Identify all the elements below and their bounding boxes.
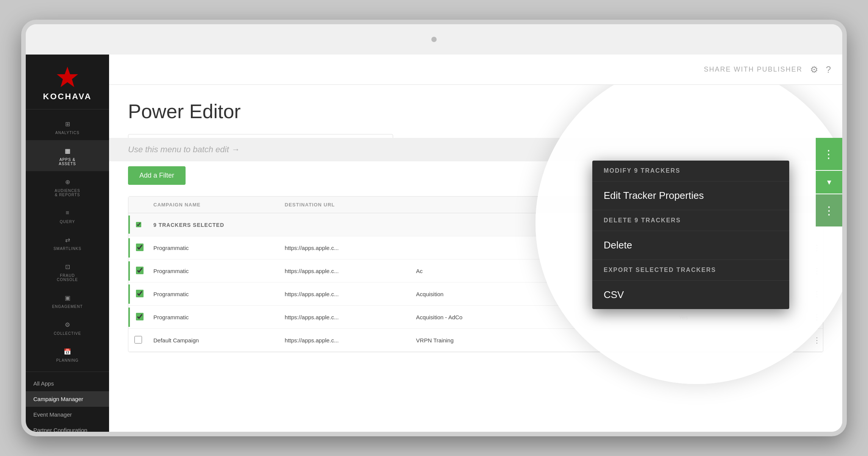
smartlinks-icon: ⇄ [62, 234, 73, 245]
sidebar-item-campaign-manager[interactable]: Campaign Manager [26, 391, 109, 407]
row3-campaign: Programmatic [147, 286, 279, 303]
sidebar-item-planning[interactable]: 📅 PLANNING [26, 341, 109, 368]
planning-label: PLANNING [56, 358, 78, 362]
logo-text: KOCHAVA [43, 92, 92, 102]
apps-assets-label: APPS &ASSETS [59, 158, 76, 166]
row1-checkbox-cell[interactable] [128, 238, 147, 258]
row5-checkbox-cell[interactable] [128, 331, 147, 350]
sidebar-item-event-manager[interactable]: Event Manager [26, 407, 109, 422]
batch-action-button[interactable]: ⋮ [816, 138, 842, 170]
secondary-action-button[interactable]: ⋮ [816, 194, 842, 226]
selected-checkbox-cell[interactable] [128, 216, 147, 234]
row5-campaign: Default Campaign [147, 332, 279, 349]
dropdown-delete-item[interactable]: Delete [592, 231, 789, 260]
engagement-label: ENGAGEMENT [52, 305, 83, 309]
row2-checkbox-cell[interactable] [128, 261, 147, 281]
row5-three-dot-button[interactable]: ⋮ [810, 334, 824, 346]
dropdown-modify-label: MODIFY 9 TRACKERS [592, 161, 789, 181]
row3-checkbox-cell[interactable] [128, 284, 147, 304]
main-content: KOCHAVA ⊞ ANALYTICS ▦ APPS &ASSETS ⊕ AUD… [26, 55, 842, 432]
sidebar-item-analytics[interactable]: ⊞ ANALYTICS [26, 113, 109, 140]
selected-trackers-label: 9 TRACKERS SELECTED [153, 222, 224, 228]
collective-label: COLLECTIVE [54, 331, 81, 336]
query-icon: ≡ [62, 208, 73, 218]
audiences-icon: ⊕ [62, 176, 73, 187]
row4-checkbox-cell[interactable] [128, 308, 147, 327]
apps-assets-icon: ▦ [62, 145, 73, 156]
right-action-strip: ⋮ ▾ ⋮ [816, 138, 842, 226]
row2-campaign: Programmatic [147, 262, 279, 280]
sidebar-item-fraud[interactable]: ⊡ FRAUDCONSOLE [26, 256, 109, 287]
smartlinks-label: SMARTLINKS [53, 247, 81, 251]
svg-marker-0 [57, 67, 78, 87]
page-body: Power Editor Use this menu to batch edit… [109, 85, 842, 432]
help-button[interactable]: ? [826, 64, 831, 75]
fraud-label: FRAUDCONSOLE [57, 273, 78, 282]
selected-count-cell: 9 TRACKERS SELECTED [147, 216, 279, 233]
col-destination-url-header: DESTINATION URL [279, 197, 410, 213]
col-checkbox-header [128, 197, 147, 213]
sidebar-item-all-apps[interactable]: All Apps [26, 376, 109, 391]
sidebar-item-collective[interactable]: ⚙ COLLECTIVE [26, 314, 109, 341]
sidebar-item-apps-assets[interactable]: ▦ APPS &ASSETS [26, 140, 109, 171]
analytics-label: ANALYTICS [55, 131, 80, 135]
row4-col3: Acquisition - AdCo [410, 309, 542, 326]
top-bar [26, 24, 842, 55]
dropdown-csv-item[interactable]: CSV [592, 281, 789, 309]
row2-url: https://apps.apple.c... [279, 262, 354, 280]
kochava-star-icon [56, 66, 79, 89]
select-all-checkbox[interactable] [136, 221, 141, 228]
dropdown-delete-label: DELETE 9 TRACKERS [592, 210, 789, 231]
engagement-icon: ▣ [62, 292, 73, 303]
sidebar-item-engagement[interactable]: ▣ ENGAGEMENT [26, 287, 109, 314]
analytics-icon: ⊞ [62, 119, 73, 129]
sidebar: KOCHAVA ⊞ ANALYTICS ▦ APPS &ASSETS ⊕ AUD… [26, 55, 109, 432]
fraud-icon: ⊡ [62, 261, 73, 272]
dropdown-menu: MODIFY 9 TRACKERS Edit Tracker Propertie… [592, 161, 789, 309]
chevron-down-button[interactable]: ▾ [816, 171, 842, 194]
empty-cell-1 [279, 219, 410, 230]
row4-url: https://apps.apple.c... [279, 309, 354, 326]
tablet-frame: KOCHAVA ⊞ ANALYTICS ▦ APPS &ASSETS ⊕ AUD… [21, 20, 847, 436]
three-dot-icon-2: ⋮ [823, 204, 835, 217]
sidebar-menu: All Apps Campaign Manager Event Manager … [26, 372, 109, 432]
sidebar-item-audiences[interactable]: ⊕ AUDIENCES& REPORTS [26, 171, 109, 202]
app-header: SHARE WITH PUBLISHER ⚙ ? [109, 55, 842, 85]
row1-campaign: Programmatic [147, 239, 279, 256]
col-type-header [410, 197, 542, 213]
row4-campaign: Programmatic [147, 309, 279, 326]
row3-col3: Acquisition [410, 286, 542, 303]
row1-url: https://apps.apple.c... [279, 239, 354, 256]
sidebar-logo: KOCHAVA [26, 55, 109, 109]
row5-checkbox[interactable] [134, 336, 142, 344]
sidebar-item-partner-config[interactable]: Partner Configuration [26, 422, 109, 432]
sidebar-item-query[interactable]: ≡ QUERY [26, 202, 109, 229]
row3-url: https://apps.apple.c... [279, 286, 354, 303]
row3-checkbox[interactable] [136, 290, 144, 297]
gear-button[interactable]: ⚙ [810, 64, 818, 75]
row2-col3: Ac [410, 262, 542, 280]
dropdown-export-label: EXPORT SELECTED TRACKERS [592, 260, 789, 281]
chevron-down-icon: ▾ [827, 177, 831, 187]
query-label: QUERY [60, 220, 75, 224]
audiences-label: AUDIENCES& REPORTS [55, 189, 80, 197]
sidebar-item-smartlinks[interactable]: ⇄ SMARTLINKS [26, 229, 109, 256]
row5-col3: VRPN Training [410, 332, 542, 349]
dropdown-edit-tracker-properties[interactable]: Edit Tracker Properties [592, 181, 789, 210]
row4-checkbox[interactable] [136, 313, 144, 320]
empty-cell-2 [410, 219, 542, 230]
row5-url: https://apps.apple.c... [279, 332, 354, 349]
add-filter-button[interactable]: Add a Filter [128, 166, 186, 185]
row2-checkbox[interactable] [136, 267, 144, 274]
planning-icon: 📅 [62, 346, 73, 357]
share-with-publisher-text: SHARE WITH PUBLISHER [704, 66, 802, 73]
row1-col3 [410, 242, 542, 253]
ellipsis-icon: ⋮ [823, 147, 835, 161]
collective-icon: ⚙ [62, 319, 73, 330]
row1-checkbox[interactable] [136, 244, 144, 251]
right-content: SHARE WITH PUBLISHER ⚙ ? Power Editor Us… [109, 55, 842, 432]
sidebar-nav-icons: ⊞ ANALYTICS ▦ APPS &ASSETS ⊕ AUDIENCES& … [26, 109, 109, 372]
top-bar-dot [431, 37, 437, 42]
col-campaign-name-header: CAMPAIGN NAME [147, 197, 279, 213]
